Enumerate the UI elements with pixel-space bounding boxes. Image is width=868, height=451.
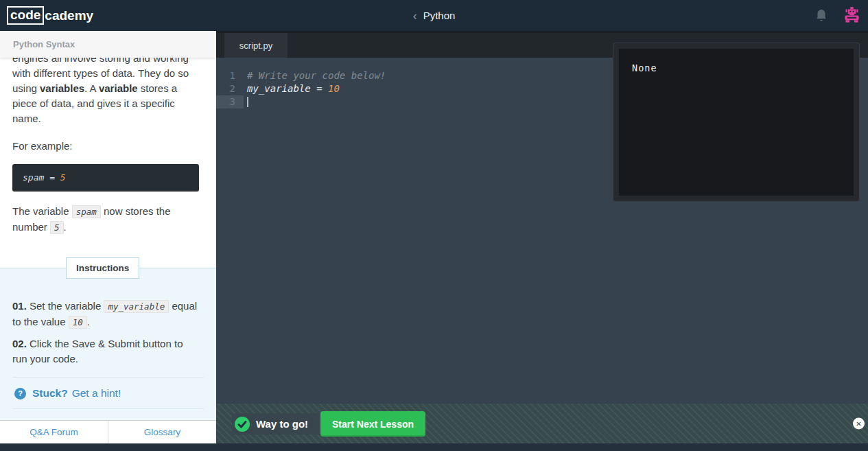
header-actions (815, 6, 861, 25)
lesson-text: . A (84, 82, 99, 94)
task-text: Click the Save & Submit button to run yo… (12, 338, 183, 365)
check-circle-icon (235, 417, 250, 432)
code-example-value: 5 (60, 172, 66, 183)
app-window: codecademy ‹ Python (0, 0, 868, 451)
close-icon[interactable]: ✕ (853, 418, 865, 430)
lesson-panel-title: Python Syntax (0, 31, 216, 58)
code-operator: = (311, 82, 328, 95)
avatar-icon[interactable] (843, 6, 861, 25)
window-bottom-strip (0, 443, 868, 451)
hint-text: Stuck?Get a hint! (32, 387, 121, 400)
divider (12, 408, 204, 409)
text-cursor (247, 97, 248, 107)
console-output: None (619, 49, 854, 196)
lesson-text: . (64, 221, 67, 233)
instructions-tasks: 01. Set the variable my_variable equal t… (0, 268, 216, 366)
task-text: Set the variable (27, 300, 104, 312)
lesson-paragraph-2: For example: (12, 139, 199, 154)
editor-region: script.py 1 # Write your code below! 2 m… (216, 31, 868, 443)
task-number: 02. (12, 338, 27, 349)
lesson-code-example: spam = 5 (12, 164, 199, 192)
lesson-paragraph-1: engines all involve storing and working … (12, 58, 199, 126)
top-navbar: codecademy ‹ Python (0, 0, 868, 31)
start-next-lesson-button[interactable]: Start Next Lesson (320, 411, 425, 437)
line-number: 2 (216, 82, 244, 95)
code-comment: # Write your code below! (247, 69, 386, 82)
inline-code-10: 10 (69, 316, 87, 329)
codecademy-logo[interactable]: codecademy (7, 6, 93, 25)
line-number: 1 (216, 69, 244, 82)
lesson-sidebar: Python Syntax engines all involve storin… (0, 31, 216, 443)
hint-row: ? Stuck?Get a hint! (0, 378, 216, 408)
question-circle-icon: ? (14, 388, 26, 400)
tab-script-py[interactable]: script.py (224, 33, 288, 58)
task-text: . (87, 316, 90, 327)
code-number: 10 (328, 82, 340, 95)
breadcrumb-course-title: Python (423, 10, 456, 21)
line-number-active: 3 (216, 95, 244, 108)
editor-bottom-bar: Save & Submit Code Way to go! Start Next… (216, 404, 868, 443)
success-message: Way to go! (256, 418, 308, 430)
code-example-text: spam = (23, 172, 60, 183)
sidebar-footer: Q&A Forum Glossary (0, 420, 216, 443)
instructions-label: Instructions (66, 257, 139, 279)
task-2: 02. Click the Save & Submit button to ru… (12, 336, 200, 366)
qa-forum-link[interactable]: Q&A Forum (0, 421, 108, 443)
lesson-bold-variable: variable (99, 82, 138, 94)
lesson-text: The variable (12, 205, 72, 217)
task-1: 01. Set the variable my_variable equal t… (12, 299, 200, 329)
lesson-content: engines all involve storing and working … (0, 58, 216, 268)
lesson-paragraph-3: The variable spam now stores the number … (12, 204, 199, 235)
bell-icon[interactable] (815, 9, 828, 23)
console-panel: None (613, 43, 860, 202)
success-banner: Way to go! (232, 413, 327, 435)
logo-cademy-text: cademy (45, 8, 93, 23)
inline-code-spam: spam (72, 205, 101, 218)
logo-code-box: code (7, 6, 44, 25)
hint-stuck-label: Stuck? (32, 387, 68, 399)
chevron-left-icon: ‹ (413, 10, 417, 22)
instructions-section: Instructions 01. Set the variable my_var… (0, 268, 216, 420)
glossary-link[interactable]: Glossary (108, 421, 216, 443)
inline-code-my-variable: my_variable (104, 300, 169, 313)
get-a-hint-link[interactable]: Get a hint! (72, 387, 121, 399)
task-number: 01. (12, 300, 27, 312)
inline-code-5: 5 (50, 221, 64, 234)
breadcrumb[interactable]: ‹ Python (413, 10, 456, 22)
code-identifier: my_variable (247, 82, 311, 95)
lesson-bold-variables: variables (40, 82, 84, 94)
